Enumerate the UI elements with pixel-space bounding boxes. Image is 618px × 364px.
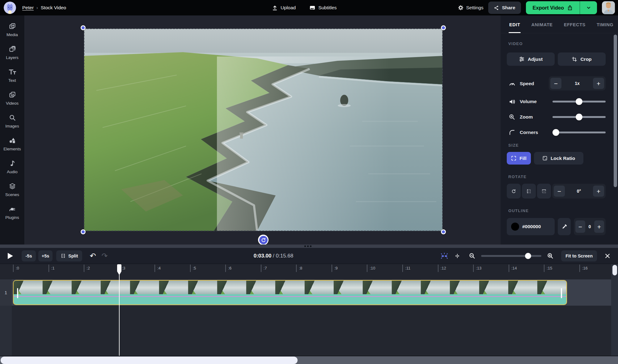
playhead-marker[interactable] <box>116 264 122 276</box>
clip-thumbnail <box>508 281 537 294</box>
timeline-vertical-scroll-thumb[interactable] <box>612 265 617 275</box>
play-button[interactable] <box>7 252 14 260</box>
settings-button[interactable]: Settings <box>458 5 483 10</box>
sidebar-item-media[interactable]: Media <box>0 22 25 37</box>
timeline-zoom-out-button[interactable] <box>469 253 476 259</box>
panel-scrollbar[interactable] <box>614 35 617 187</box>
ruler-tick-mark <box>190 265 191 272</box>
outline-width-value: 0 <box>589 224 591 229</box>
top-bar: Peter › Stock Video Upload Subtitles <box>0 0 618 15</box>
upload-button[interactable]: Upload <box>272 5 296 11</box>
track-row-label: 1 <box>0 279 12 306</box>
timeline-zoom-thumb[interactable] <box>525 253 531 259</box>
ruler-tick: :3 <box>119 265 155 279</box>
volume-slider-thumb[interactable] <box>576 98 582 105</box>
sidebar-item-videos[interactable]: Videos <box>0 91 25 106</box>
forward-5s-button[interactable]: +5s <box>38 250 53 261</box>
sidebar-item-images[interactable]: Images <box>0 114 25 128</box>
undo-button[interactable]: ↶ <box>90 252 96 260</box>
rotate-handle[interactable] <box>258 235 269 245</box>
tab-timing[interactable]: TIMING <box>597 22 613 33</box>
clip-thumbnail <box>334 281 363 294</box>
ruler-tick: :13 <box>473 265 509 279</box>
fit-to-screen-button[interactable]: Fit to Screen <box>561 250 597 261</box>
fill-label: Fill <box>519 156 526 161</box>
ruler-tick-mark <box>509 265 509 272</box>
lock-ratio-button[interactable]: Lock Ratio <box>534 152 583 165</box>
sidebar-item-plugins[interactable]: Plugins <box>0 205 25 220</box>
clip-thumbnail <box>188 281 217 294</box>
outline-color-button[interactable]: #000000 <box>507 218 555 235</box>
subtitles-icon <box>309 5 315 11</box>
outline-width-increase-button[interactable]: + <box>594 220 604 233</box>
sidebar-item-text[interactable]: Text <box>0 68 25 83</box>
time-separator: / <box>273 253 274 259</box>
user-avatar[interactable] <box>602 1 615 14</box>
video-layer-selected[interactable] <box>84 29 442 231</box>
timeline-ruler[interactable]: :0 :1 :2 :3 :4 :5 :6 :7 <box>13 265 615 279</box>
canvas[interactable] <box>25 15 501 245</box>
rewind-5s-button[interactable]: -5s <box>22 250 36 261</box>
export-video-button[interactable]: Export Video <box>526 1 580 14</box>
playback-bar: -5s +5s Split ↶ ↷ 0:03.00 / 0:15.68 <box>0 248 618 264</box>
export-options-caret[interactable] <box>580 1 597 14</box>
rotate-90-button[interactable] <box>507 184 521 199</box>
subtitles-button[interactable]: Subtitles <box>309 5 337 11</box>
adjust-button[interactable]: Adjust <box>507 52 555 66</box>
flip-horizontal-button[interactable] <box>522 184 536 199</box>
volume-slider[interactable] <box>552 98 606 105</box>
breadcrumb-workspace-link[interactable]: Peter <box>22 5 34 10</box>
lock-ratio-label: Lock Ratio <box>551 156 575 161</box>
zoom-slider[interactable] <box>552 114 606 120</box>
resize-handle-top-right[interactable] <box>441 25 446 30</box>
corners-slider-thumb[interactable] <box>552 129 559 136</box>
close-timeline-button[interactable] <box>604 253 611 259</box>
speed-decrease-button[interactable]: − <box>550 78 561 89</box>
split-button[interactable]: Split <box>56 250 82 261</box>
corners-label: Corners <box>520 130 538 135</box>
timeline-vertical-scrollbar[interactable] <box>611 264 618 356</box>
ruler-tick-mark <box>473 265 474 272</box>
snap-toggle-icon[interactable] <box>440 253 448 259</box>
timeline-horizontal-scroll-thumb[interactable] <box>1 357 298 364</box>
tab-effects[interactable]: EFFECTS <box>564 22 586 33</box>
redo-button[interactable]: ↷ <box>102 252 108 260</box>
ruler-tick: :6 <box>225 265 261 279</box>
clip-trim-handle-right[interactable] <box>561 288 562 298</box>
tab-edit[interactable]: EDIT <box>509 22 520 33</box>
timeline-zoom-slider[interactable] <box>481 253 541 259</box>
tab-animate[interactable]: ANIMATE <box>531 22 552 33</box>
flip-vertical-button[interactable] <box>537 184 551 199</box>
canvas-timeline-divider[interactable] <box>0 245 618 248</box>
resize-handle-top-left[interactable] <box>81 25 86 30</box>
outline-width-decrease-button[interactable]: − <box>575 220 585 233</box>
track-row-1: 1 <box>0 279 611 306</box>
zoom-slider-thumb[interactable] <box>576 114 582 120</box>
elements-icon <box>9 136 16 144</box>
corners-radius-icon <box>508 129 516 136</box>
rotate-increase-button[interactable]: + <box>593 186 604 197</box>
video-clip[interactable] <box>13 280 567 305</box>
workspace-logo[interactable] <box>4 2 16 14</box>
sidebar-label-media: Media <box>6 32 18 37</box>
expand-clips-icon[interactable] <box>454 253 461 259</box>
ruler-tick-label: :11 <box>405 266 410 270</box>
sidebar-item-audio[interactable]: Audio <box>0 159 25 174</box>
sidebar-item-layers[interactable]: Layers <box>0 45 25 60</box>
clip-trim-handle-left[interactable] <box>17 288 18 298</box>
timeline-empty-area[interactable] <box>0 306 618 356</box>
timeline-horizontal-scrollbar[interactable] <box>0 356 618 364</box>
resize-handle-bottom-left[interactable] <box>81 229 86 234</box>
speed-increase-button[interactable]: + <box>593 78 604 89</box>
ruler-tick-label: :6 <box>228 266 231 270</box>
resize-handle-bottom-right[interactable] <box>441 229 446 234</box>
corners-slider[interactable] <box>552 129 606 136</box>
rotate-decrease-button[interactable]: − <box>554 186 565 197</box>
fill-button[interactable]: Fill <box>507 152 531 165</box>
sidebar-item-elements[interactable]: Elements <box>0 136 25 151</box>
timeline-zoom-in-button[interactable] <box>547 253 554 259</box>
eyedropper-button[interactable] <box>558 218 571 235</box>
crop-button[interactable]: Crop <box>558 52 606 66</box>
share-button[interactable]: Share <box>488 2 521 14</box>
sidebar-item-scenes[interactable]: Scenes <box>0 182 25 197</box>
